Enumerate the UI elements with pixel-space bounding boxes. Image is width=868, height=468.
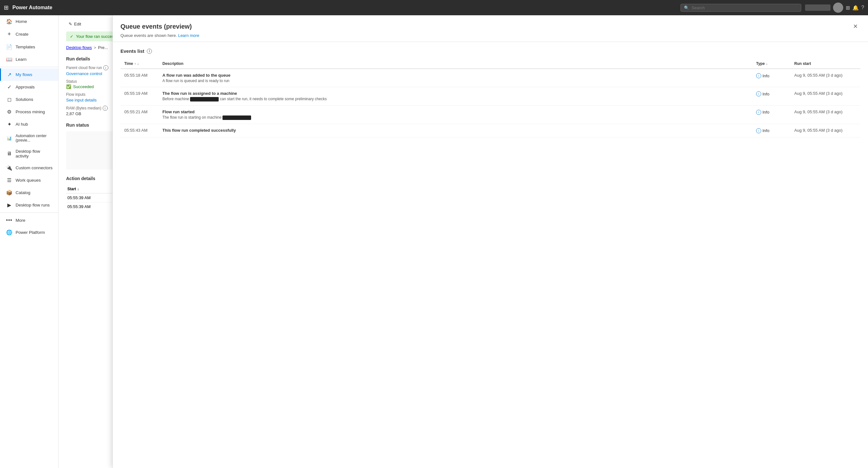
col-header-description: Description (159, 59, 752, 69)
table-row: 05:55:18 AMA flow run was added to the q… (120, 69, 860, 87)
my-flows-icon: ↗ (6, 71, 12, 78)
table-row: 05:55:19 AMThe flow run is assigned to a… (120, 87, 860, 106)
redacted-text (222, 116, 251, 120)
sidebar: 🏠 Home + Create 📄 Templates 📖 Learn ↗ My… (0, 15, 59, 468)
time-sort-desc-icon: ↓ (137, 62, 139, 65)
breadcrumb-current: Pre... (98, 45, 108, 50)
status-check-icon: ✅ (66, 84, 71, 89)
sidebar-item-custom-connectors[interactable]: 🔌 Custom connectors (0, 162, 58, 174)
info-circle-icon: i (756, 73, 761, 78)
overlay-title-row: Queue events (preview) ✕ (120, 22, 860, 31)
create-icon: + (6, 31, 12, 37)
main-layout: 🏠 Home + Create 📄 Templates 📖 Learn ↗ My… (0, 15, 868, 468)
sidebar-item-create[interactable]: + Create (0, 28, 58, 41)
sidebar-label-desktop-flow-runs: Desktop flow runs (16, 203, 50, 207)
sidebar-item-work-queues[interactable]: ☰ Work queues (0, 174, 58, 186)
sidebar-label-learn: Learn (16, 57, 27, 62)
overlay-body: Events list i Time ↑ ↓ (113, 42, 868, 468)
desktop-flow-activity-icon: 🖥 (6, 151, 12, 156)
see-input-details-link[interactable]: See input details (66, 98, 97, 103)
search-bar[interactable]: 🔍 (680, 4, 801, 12)
sidebar-item-desktop-flow-runs[interactable]: ▶ Desktop flow runs (0, 199, 58, 211)
learn-icon: 📖 (6, 56, 12, 62)
col-header-time[interactable]: Time ↑ ↓ (120, 59, 159, 69)
catalog-icon: 📦 (6, 189, 12, 196)
edit-icon: ✎ (69, 22, 72, 26)
templates-icon: 📄 (6, 44, 12, 50)
event-time-1: 05:55:19 AM (120, 87, 159, 106)
close-icon: ✕ (853, 23, 858, 30)
event-time-3: 05:55:43 AM (120, 124, 159, 137)
sidebar-item-my-flows[interactable]: ↗ My flows (0, 68, 58, 81)
type-sort-icon: ↓ (766, 62, 768, 65)
event-desc-0: A flow run was added to the queueA flow … (159, 69, 752, 87)
event-type-0: iInfo (752, 69, 790, 87)
redacted-text (190, 97, 219, 101)
sidebar-divider-2 (0, 212, 58, 213)
sidebar-item-ai-hub[interactable]: ✦ AI hub (0, 118, 58, 130)
events-table: Time ↑ ↓ Description Type (120, 59, 860, 138)
sidebar-label-more: More (16, 218, 25, 223)
sidebar-item-automation-center[interactable]: 📊 Automation center (previe... (0, 130, 58, 146)
event-run-start-3: Aug 9, 05:55 AM (3 d ago) (790, 124, 860, 137)
event-run-start-2: Aug 9, 05:55 AM (3 d ago) (790, 105, 860, 124)
topbar-icon-2[interactable]: 🔔 (852, 5, 859, 11)
sidebar-item-templates[interactable]: 📄 Templates (0, 41, 58, 53)
event-type-3: iInfo (752, 124, 790, 137)
sidebar-label-my-flows: My flows (16, 72, 32, 77)
search-icon: 🔍 (684, 5, 689, 10)
power-platform-icon: 🌐 (6, 229, 12, 235)
sidebar-label-automation-center: Automation center (previe... (16, 134, 53, 143)
sidebar-item-catalog[interactable]: 📦 Catalog (0, 186, 58, 199)
solutions-icon: ◻ (6, 96, 12, 103)
edit-button[interactable]: ✎ Edit (66, 20, 84, 28)
sidebar-item-approvals[interactable]: ✓ Approvals (0, 81, 58, 93)
sidebar-item-more[interactable]: ••• More (0, 214, 58, 226)
ram-info-icon[interactable]: i (103, 106, 108, 111)
governance-control-link[interactable]: Governance control (66, 71, 102, 76)
overlay-header: Queue events (preview) ✕ Queue events ar… (113, 15, 868, 42)
sidebar-divider-1 (0, 67, 58, 67)
close-button[interactable]: ✕ (850, 22, 860, 31)
sidebar-label-ai-hub: AI hub (16, 122, 28, 127)
event-run-start-0: Aug 9, 05:55 AM (3 d ago) (790, 69, 860, 87)
table-row: 05:55:21 AMFlow run startedThe flow run … (120, 105, 860, 124)
app-name: Power Automate (12, 5, 677, 10)
grid-icon[interactable]: ⊞ (4, 4, 8, 11)
custom-connectors-icon: 🔌 (6, 165, 12, 171)
table-row: 05:55:43 AMThis flow run completed succe… (120, 124, 860, 137)
content-area: ✎ Edit ✓ Your flow ran successfully. Des… (59, 15, 868, 468)
col-header-type[interactable]: Type ↓ (752, 59, 790, 69)
sidebar-item-solutions[interactable]: ◻ Solutions (0, 93, 58, 106)
sidebar-item-learn[interactable]: 📖 Learn (0, 53, 58, 65)
work-queues-icon: ☰ (6, 177, 12, 183)
learn-more-link[interactable]: Learn more (178, 33, 199, 38)
sidebar-label-create: Create (16, 32, 29, 37)
sidebar-label-desktop-flow-activity: Desktop flow activity (16, 149, 53, 158)
event-time-2: 05:55:21 AM (120, 105, 159, 124)
sidebar-item-desktop-flow-activity[interactable]: 🖥 Desktop flow activity (0, 146, 58, 162)
sidebar-label-work-queues: Work queues (16, 178, 41, 183)
sidebar-item-power-platform[interactable]: 🌐 Power Platform (0, 226, 58, 239)
breadcrumb-desktop-flows[interactable]: Desktop flows (66, 45, 92, 50)
sidebar-label-process-mining: Process mining (16, 110, 45, 114)
search-input[interactable] (691, 5, 798, 10)
desktop-flow-runs-icon: ▶ (6, 202, 12, 208)
sidebar-label-catalog: Catalog (16, 190, 31, 195)
sidebar-item-process-mining[interactable]: ⚙ Process mining (0, 106, 58, 118)
topbar-actions: ⊞ 🔔 ? (805, 3, 864, 13)
event-time-0: 05:55:18 AM (120, 69, 159, 87)
sidebar-label-templates: Templates (16, 45, 35, 49)
approvals-icon: ✓ (6, 84, 12, 90)
sidebar-label-solutions: Solutions (16, 97, 33, 102)
sidebar-item-home[interactable]: 🏠 Home (0, 15, 58, 28)
avatar[interactable] (833, 3, 843, 13)
more-icon: ••• (6, 217, 12, 223)
topbar-icon-3[interactable]: ? (861, 5, 864, 10)
overlay-subtitle: Queue events are shown here. Learn more (120, 33, 860, 38)
info-icon[interactable]: i (103, 65, 108, 70)
overlay-title-text: Queue events (preview) (120, 23, 192, 30)
events-info-icon[interactable]: i (147, 49, 152, 54)
events-list-header: Events list i (120, 48, 860, 54)
topbar-icon-1[interactable]: ⊞ (846, 5, 850, 11)
